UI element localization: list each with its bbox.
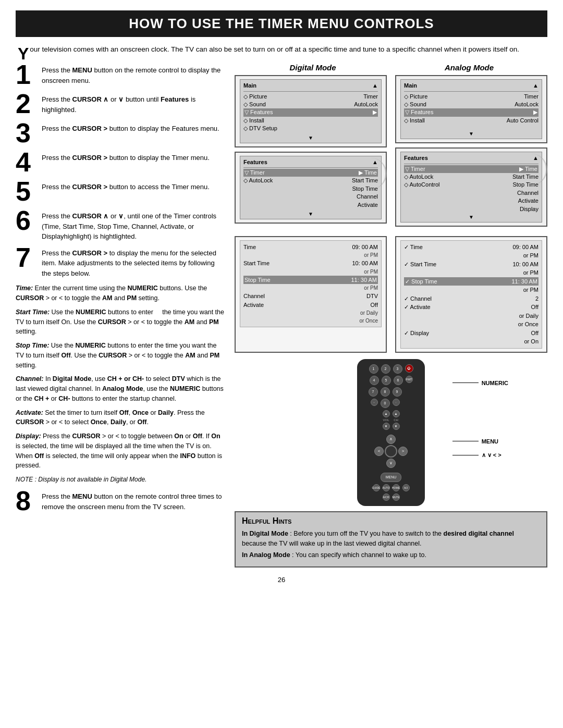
digital-features-autolock-row: ◇ AutoLockStart Time: [243, 177, 378, 184]
nav-annotation: ∧ ∨ < >: [452, 452, 508, 459]
digital-menu-row-install: ◇ Install: [243, 117, 378, 125]
remote-control: 1 2 3 ⏻ 4 5 6 FMT 7 8: [357, 359, 425, 506]
remote-btn-0[interactable]: 0: [381, 399, 390, 408]
analog-menu-header: Main▲: [404, 82, 538, 91]
analog-menu-row-sound: ◇ SoundAutoLock: [404, 101, 538, 108]
step-1: 1 Press the MENU button on the remote co…: [16, 63, 224, 88]
remote-row-4: - 0 ·: [371, 399, 412, 408]
step-number-3: 3: [16, 119, 42, 146]
step-2: 2 Press the CURSOR ∧ or ∨ button until F…: [16, 92, 224, 117]
step-number-8: 8: [16, 487, 42, 514]
dt-time-row: Time09: 00 AM: [243, 243, 378, 252]
analog-features-autolock-row: ◇ AutoLockStart Time: [404, 173, 538, 181]
digital-menu-screen-2: Features▲ ▽ Timer▶ Time ◇ AutoLockStart …: [235, 152, 387, 224]
analog-menu-row-picture: ◇ PictureTimer: [404, 93, 538, 101]
nav-down-btn[interactable]: ∨: [386, 459, 396, 468]
step-4: 4 Press the CURSOR > button to display t…: [16, 151, 224, 176]
remote-btn-5[interactable]: 5: [382, 376, 391, 385]
digital-menu-inner-1: Main ▲ ◇ PictureTimer ◇ SoundAutoLock ▽ …: [240, 79, 382, 143]
nav-line: [452, 455, 479, 455]
analog-features-channel-row: Channel: [404, 189, 538, 197]
hint-analog: In Analog Mode : You can specify which c…: [242, 550, 540, 560]
analog-timer-col: ✓ Time09: 00 AM or PM ✓ Start Time10: 00…: [395, 236, 547, 353]
nav-right-btn[interactable]: >: [398, 447, 408, 456]
step-text-7: Press the CURSOR > to display the menu f…: [42, 246, 224, 279]
numeric-line: [452, 382, 479, 383]
auto2-btn[interactable]: A/CH: [383, 493, 390, 501]
remote-bottom-row2: A/CH MUTE: [383, 493, 400, 501]
remote-row-3: 7 8 9: [369, 387, 414, 397]
analog-features-display-row: Display: [404, 205, 538, 213]
format-btn[interactable]: FMT: [406, 376, 413, 383]
vol-group: ▲ VOL ▼: [383, 410, 390, 430]
remote-btn-3[interactable]: 3: [393, 364, 402, 374]
guide-btn[interactable]: GUIDE: [373, 484, 380, 491]
remote-btn-7[interactable]: 7: [369, 387, 378, 397]
analog-menu-screen-1: Main▲ ◇ PictureTimer ◇ SoundAutoLock ▽ F…: [395, 75, 547, 143]
page: HOW TO USE THE TIMER MENU CONTROLS Your …: [0, 0, 563, 728]
helpful-hints: Helpful Hints In Digital Mode : Before y…: [235, 511, 547, 567]
dt-starttime-row: Start Time10: 00 AM: [243, 259, 378, 268]
step-text-1: Press the MENU button on the remote cont…: [42, 63, 224, 85]
ch-down-btn[interactable]: ▼: [393, 423, 400, 430]
analog-menu-row-install: ◇ InstallAuto Control: [404, 117, 538, 125]
menu-btn[interactable]: MENU: [381, 473, 401, 482]
ch-group: ▲ CH ▼: [393, 410, 400, 430]
home-btn[interactable]: HOME: [393, 484, 400, 491]
at-activate-ordaily: or Daily: [404, 312, 538, 320]
digital-features-channel-row: Channel: [243, 193, 378, 201]
digital-menu-arrow: ▲: [372, 82, 378, 90]
digital-features-down-arrow: ▼: [243, 211, 378, 217]
remote-btn-dot[interactable]: ·: [393, 399, 400, 406]
step-8: 8 Press the MENU button on the remote co…: [16, 489, 224, 514]
remote-btn-4[interactable]: 4: [370, 376, 379, 385]
aj-btn[interactable]: A/J: [402, 484, 410, 491]
nav-label: ∧ ∨ < >: [482, 452, 501, 459]
note-text: NOTE : Display is not available in Digit…: [16, 475, 224, 484]
desc-time: Time: Enter the current time using the N…: [16, 283, 224, 303]
ch-label: CH: [394, 418, 398, 422]
dt-starttime-orpm: or PM: [243, 268, 378, 276]
remote-btn-9[interactable]: 9: [393, 387, 402, 397]
analog-features-autocontrol-row: ◇ AutoControlStop Time: [404, 181, 538, 189]
remote-bottom-row1: GUIDE AUTO HOME A/J: [373, 484, 410, 491]
remote-btn-1[interactable]: 1: [369, 364, 378, 374]
remote-btn-2[interactable]: 2: [381, 364, 390, 374]
at-starttime-orpm: or PM: [404, 268, 538, 277]
right-column: Digital Mode Analog Mode Main ▲ ◇: [235, 63, 547, 567]
vol-down-btn[interactable]: ▼: [383, 423, 390, 430]
analog-diagram-col: Main▲ ◇ PictureTimer ◇ SoundAutoLock ▽ F…: [395, 75, 547, 231]
at-starttime-row: ✓ Start Time10: 00 AM: [404, 260, 538, 269]
step-number-7: 7: [16, 244, 42, 271]
step-text-4: Press the CURSOR > button to display the…: [42, 151, 210, 163]
hint-digital: In Digital Mode : Before you turn off th…: [242, 529, 540, 549]
dt-activate-row: ActivateOff: [243, 301, 378, 310]
step-number-4: 4: [16, 149, 42, 176]
mute-btn[interactable]: MUTE: [393, 493, 400, 501]
step-text-5: Press the CURSOR > button to access the …: [42, 180, 210, 192]
step-3: 3 Press the CURSOR > button to display t…: [16, 121, 224, 146]
digital-menu-row-sound: ◇ SoundAutoLock: [243, 101, 378, 108]
nav-left-btn[interactable]: <: [374, 447, 384, 456]
remote-row-2: 4 5 6 FMT: [370, 376, 413, 385]
at-time-row: ✓ Time09: 00 AM: [404, 243, 538, 252]
vol-up-btn[interactable]: ▲: [383, 410, 390, 417]
helpful-hints-title: Helpful Hints: [242, 516, 540, 526]
remote-btn-minus[interactable]: -: [371, 399, 378, 406]
spacer2: [402, 399, 412, 408]
auto-btn[interactable]: AUTO: [383, 484, 390, 491]
nav-up-btn[interactable]: ∧: [386, 435, 396, 444]
nav-ok-btn[interactable]: [385, 445, 397, 458]
ch-up-btn[interactable]: ▲: [393, 410, 400, 417]
nav-cross: ∧ < > ∨: [374, 434, 408, 468]
remote-btn-8[interactable]: 8: [381, 387, 390, 397]
at-display-oron: or On: [404, 337, 538, 346]
remote-btn-6[interactable]: 6: [394, 376, 403, 385]
left-column: 1 Press the MENU button on the remote co…: [16, 63, 224, 567]
desc-start-time: Start Time: Use the NUMERIC buttons to e…: [16, 307, 224, 337]
power-button[interactable]: ⏻: [405, 364, 413, 373]
digital-menu-row-picture: ◇ PictureTimer: [243, 93, 378, 101]
timer-detail-row: Time09: 00 AM or PM Start Time10: 00 AM …: [235, 236, 547, 353]
remote-row-1: 1 2 3 ⏻: [369, 364, 413, 374]
analog-menu-row-features: ▽ Features▶: [404, 108, 538, 116]
